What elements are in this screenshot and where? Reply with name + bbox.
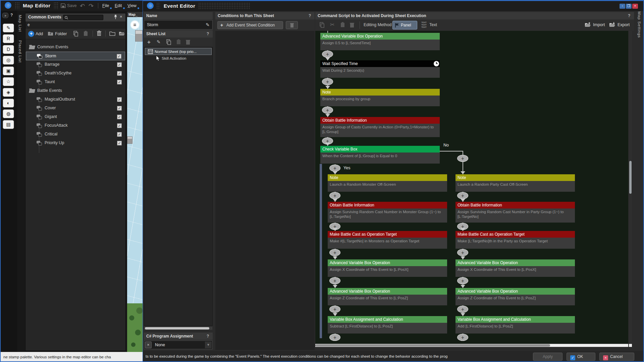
export-icon[interactable] — [609, 22, 615, 27]
sheet-list-help-icon[interactable]: ? — [207, 32, 209, 36]
paste-panel-icon[interactable] — [340, 22, 345, 28]
event-checkbox[interactable]: ✓ — [117, 115, 122, 119]
insert-panel-button[interactable]: + — [457, 192, 468, 199]
tree-item-storm[interactable]: Storm ✓ — [26, 52, 125, 60]
sheet-list-hscrollbar[interactable] — [144, 327, 212, 330]
insert-panel-button[interactable]: + — [329, 334, 340, 341]
menu-view[interactable]: View — [127, 1, 137, 11]
cut-panel-icon[interactable]: ✂ — [330, 21, 334, 28]
delete-condition-button[interactable] — [286, 21, 298, 29]
insert-panel-connector[interactable]: + — [329, 192, 341, 202]
open-folder-icon[interactable] — [119, 31, 125, 36]
insert-panel-connector[interactable]: + — [457, 305, 469, 316]
copy-icon[interactable] — [73, 31, 78, 37]
tree-item-taunt[interactable]: Taunt ✓ — [26, 78, 125, 86]
placed-list-tab[interactable]: Placed List — [18, 40, 22, 63]
insert-panel-connector[interactable]: + — [457, 223, 469, 231]
event-checkbox[interactable]: ✓ — [117, 106, 122, 111]
event-checkbox[interactable]: ✓ — [117, 71, 122, 76]
strip-help-icon[interactable]: ? — [10, 13, 13, 17]
gamepad-tool-icon[interactable]: ◎ — [3, 56, 14, 65]
flow-node-posz-no[interactable]: Advanced Variable Box Operation Assign Z… — [455, 288, 575, 305]
insert-panel-button[interactable]: + — [457, 306, 468, 313]
flow-node-obtain-monster[interactable]: Obtain Battle Information Assign Survivi… — [328, 202, 447, 223]
canvas-vscrollbar[interactable] — [629, 31, 632, 344]
animation-tool-icon[interactable]: ◐ — [3, 99, 14, 108]
delete-sheet-icon[interactable] — [185, 39, 191, 45]
globe-tool-icon[interactable]: ◍ — [3, 109, 14, 118]
add-folder-button[interactable]: Folder — [55, 32, 67, 36]
filter-input[interactable]: e — [25, 21, 125, 28]
copy-sheet-icon[interactable] — [166, 39, 171, 45]
import-icon[interactable] — [585, 22, 591, 27]
ok-button[interactable]: ✓OK — [567, 353, 595, 361]
redo-icon[interactable]: ↷ — [89, 2, 94, 10]
insert-panel-button[interactable]: + — [322, 78, 333, 85]
maximize-button[interactable]: ❒ — [626, 4, 632, 9]
insert-panel-button[interactable]: + — [329, 165, 340, 172]
save-icon[interactable] — [60, 3, 66, 8]
menu-edit[interactable]: Edit — [115, 1, 122, 11]
delete-icon[interactable] — [97, 31, 102, 36]
insert-panel-connector[interactable]: + — [457, 277, 469, 288]
flow-node-note[interactable]: Note Branch processing by group — [320, 89, 440, 106]
insert-panel-button[interactable]: + — [329, 306, 340, 313]
copy-panel-icon[interactable] — [319, 22, 325, 28]
minimize-button[interactable]: ▫ — [620, 4, 625, 9]
map-menu-icon[interactable]: ≡ — [131, 21, 139, 29]
insert-panel-connector[interactable]: + — [457, 151, 469, 174]
command-help-icon[interactable]: ? — [628, 13, 630, 18]
flow-node-advanced-variable[interactable]: Advanced Variable Box Operation Assign 0… — [320, 33, 440, 50]
insert-panel-connector[interactable]: + — [457, 249, 469, 259]
camera-tool-icon[interactable]: ☆ — [3, 77, 14, 86]
flow-node-note-party[interactable]: Note Launch a Random Party Cast Off-Scre… — [455, 174, 575, 192]
event-checkbox[interactable]: ✓ — [117, 54, 121, 59]
clear-icon[interactable]: × — [145, 342, 152, 348]
pin-icon[interactable] — [113, 14, 118, 19]
event-flow-tool-icon[interactable]: ◈ — [3, 88, 14, 97]
insert-panel-connector[interactable]: + — [329, 277, 341, 288]
insert-panel-button[interactable]: + — [329, 249, 340, 256]
csharp-help-icon[interactable]: ? — [207, 334, 209, 339]
tree-item-cover[interactable]: Cover ✓ — [26, 104, 125, 113]
event-checkbox[interactable]: ✓ — [117, 97, 122, 102]
canvas-hscrollbar[interactable] — [315, 344, 628, 347]
map-viewport[interactable] — [127, 12, 143, 352]
insert-panel-connector[interactable]: + — [329, 249, 341, 259]
event-checkbox[interactable]: ✓ — [117, 123, 122, 128]
resource-tool-icon[interactable]: R — [3, 34, 14, 43]
flow-node-note-monster[interactable]: Note Launch a Random Monster Off-Screen — [328, 174, 447, 192]
insert-panel-button[interactable]: + — [322, 107, 333, 114]
flow-node-check-variable[interactable]: Check Variable Box When the Content of [… — [320, 146, 440, 164]
flow-node-add-no[interactable]: Variable Box Assignment and Calculation … — [455, 316, 575, 334]
add-condition-button[interactable]: + Add Event Sheet Condition — [217, 21, 283, 29]
collapse-strip-button[interactable]: » — [2, 13, 8, 18]
apply-button[interactable]: Apply — [533, 353, 562, 361]
flow-node-make-target-party[interactable]: Make Battle Cast as Operation Target Mak… — [455, 231, 575, 249]
tree-item-critical[interactable]: Critical ✓ — [26, 130, 125, 139]
flow-node-obtain-battle-info[interactable]: Obtain Battle Information Assign Group o… — [320, 117, 440, 137]
insert-panel-connector[interactable]: + — [457, 334, 469, 342]
map-tab[interactable]: Map_ — [127, 12, 143, 17]
event-checkbox[interactable]: ✓ — [117, 132, 122, 137]
tree-item-deathsscythe[interactable]: Death'sScythe ✓ — [26, 69, 125, 78]
insert-panel-button[interactable]: + — [457, 334, 468, 341]
closed-folder-icon[interactable] — [109, 31, 115, 36]
map-list-tab[interactable]: Map List — [18, 15, 22, 32]
add-folder-icon[interactable]: + — [48, 31, 53, 36]
flow-node-posx-yes[interactable]: Advanced Variable Box Operation Assign X… — [328, 259, 447, 277]
tree-item-gigant[interactable]: Gigant ✓ — [26, 113, 125, 121]
panel-mode-button[interactable]: Panel — [392, 21, 417, 29]
csharp-dropdown[interactable]: × None ▼ — [144, 341, 213, 349]
paste-icon[interactable] — [83, 31, 88, 37]
rename-sheet-icon[interactable]: ✎ — [157, 39, 161, 45]
tree-item-priority-up[interactable]: Priority Up ✓ — [26, 139, 125, 147]
tree-folder-battle-events[interactable]: Battle Events — [26, 86, 125, 95]
insert-panel-connector[interactable]: + — [329, 223, 341, 231]
flow-node-subtract-yes[interactable]: Variable Box Assignment and Calculation … — [328, 316, 447, 334]
insert-panel-connector[interactable]: + — [457, 192, 469, 202]
insert-panel-connector[interactable]: + — [322, 78, 334, 89]
event-checkbox[interactable]: ✓ — [117, 62, 122, 67]
insert-panel-button[interactable]: + — [329, 192, 340, 199]
sheet-row-normal[interactable]: Normal Sheet (top prio... — [145, 48, 212, 55]
